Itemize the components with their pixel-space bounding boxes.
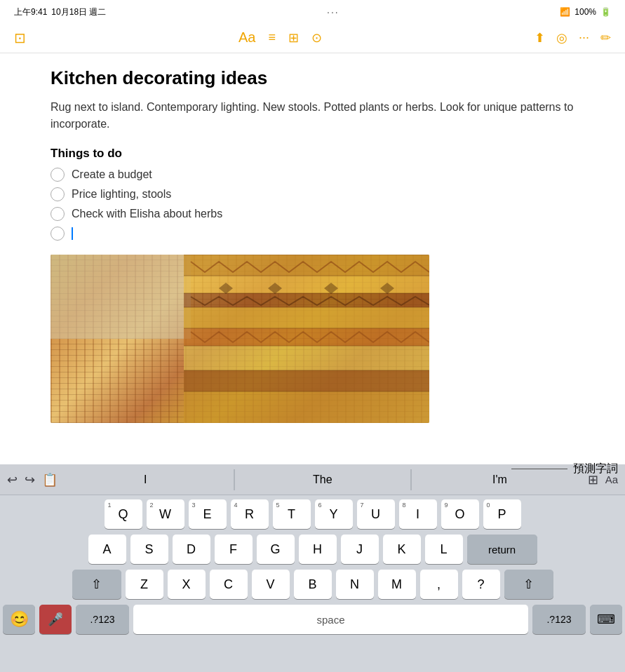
callout-container: 預測字詞 bbox=[511, 462, 618, 476]
camera-icon[interactable]: ⊙ bbox=[311, 30, 322, 46]
key-row-4: 😊 🎤 .?123 space .?123 ⌨ bbox=[3, 605, 622, 634]
svg-rect-0 bbox=[51, 255, 191, 339]
key-v[interactable]: V bbox=[252, 570, 290, 599]
table-icon[interactable]: ⊞ bbox=[288, 30, 299, 46]
prediction-left-icons: ↩ ↪ 📋 bbox=[7, 472, 58, 488]
fabric-svg bbox=[51, 255, 429, 423]
battery-display: 100% bbox=[574, 7, 596, 17]
format-text-icon[interactable]: Aa bbox=[238, 29, 255, 46]
key-return[interactable]: return bbox=[467, 535, 537, 564]
camera-notch: ··· bbox=[327, 6, 340, 18]
date-display: 10月18日 週二 bbox=[51, 6, 106, 18]
time-display: 上午9:41 bbox=[14, 6, 47, 18]
key-f[interactable]: F bbox=[215, 535, 253, 564]
key-mic[interactable]: 🎤 bbox=[39, 605, 72, 634]
key-b[interactable]: B bbox=[294, 570, 332, 599]
key-period[interactable]: ? bbox=[462, 570, 500, 599]
key-shift-right[interactable]: ⇧ bbox=[504, 570, 553, 599]
key-y[interactable]: 6Y bbox=[315, 499, 353, 529]
key-q[interactable]: 1Q bbox=[105, 499, 142, 529]
key-w[interactable]: 2W bbox=[147, 499, 184, 529]
keyboard-rows: 1Q 2W 3E 4R 5T 6Y 7U 8I 9O 0P A S D F G … bbox=[0, 495, 625, 634]
key-p[interactable]: 0P bbox=[483, 499, 521, 529]
key-m[interactable]: M bbox=[378, 570, 416, 599]
key-emoji[interactable]: 😊 bbox=[3, 605, 35, 634]
battery-icon: 🔋 bbox=[600, 7, 611, 17]
prediction-word-1[interactable]: I bbox=[58, 469, 234, 490]
svg-rect-2 bbox=[184, 276, 429, 293]
note-content-area[interactable]: Kitchen decorating ideas Rug next to isl… bbox=[0, 53, 625, 502]
key-keyboard[interactable]: ⌨ bbox=[590, 605, 622, 634]
key-z[interactable]: Z bbox=[126, 570, 163, 599]
paste-icon[interactable]: 📋 bbox=[42, 472, 58, 488]
ipad-frame: 上午9:41 10月18日 週二 ··· 📶 100% 🔋 ⊡ Aa ≡ ⊞ ⊙… bbox=[0, 0, 625, 672]
checkbox-2[interactable] bbox=[51, 187, 65, 201]
key-t[interactable]: 5T bbox=[273, 499, 311, 529]
svg-rect-5 bbox=[184, 328, 429, 346]
key-row-1: 1Q 2W 3E 4R 5T 6Y 7U 8I 9O 0P bbox=[3, 499, 622, 529]
fabric-photo bbox=[51, 255, 429, 423]
undo-icon[interactable]: ↩ bbox=[7, 472, 18, 488]
callout-text: 預測字詞 bbox=[573, 462, 618, 476]
key-u[interactable]: 7U bbox=[357, 499, 395, 529]
key-space[interactable]: space bbox=[133, 605, 528, 634]
status-time: 上午9:41 10月18日 週二 bbox=[14, 6, 106, 18]
key-h[interactable]: H bbox=[299, 535, 337, 564]
find-icon[interactable]: ◎ bbox=[556, 30, 567, 46]
note-title: Kitchen decorating ideas bbox=[51, 67, 574, 89]
keyboard-area[interactable]: ↩ ↪ 📋 I The I'm ⊞ Aa 1Q 2W 3E 4R 5T bbox=[0, 464, 625, 672]
key-shift-left[interactable]: ⇧ bbox=[72, 570, 121, 599]
note-image-container bbox=[51, 255, 574, 423]
text-cursor bbox=[72, 227, 73, 240]
checklist-item-3[interactable]: Check with Elisha about herbs bbox=[51, 207, 574, 221]
checklist-label-2: Price lighting, stools bbox=[72, 188, 171, 201]
svg-rect-6 bbox=[184, 346, 429, 370]
key-numbers-left[interactable]: .?123 bbox=[76, 605, 129, 634]
active-checklist-line bbox=[51, 227, 574, 241]
key-c[interactable]: C bbox=[210, 570, 248, 599]
notes-toolbar: ⊡ Aa ≡ ⊞ ⊙ ⬆ ◎ ··· ✏ bbox=[0, 22, 625, 53]
prediction-word-2[interactable]: The bbox=[234, 469, 412, 490]
note-body-text: Rug next to island. Contemporary lightin… bbox=[51, 99, 574, 133]
key-e[interactable]: 3E bbox=[189, 499, 227, 529]
toolbar-right: ⬆ ◎ ··· ✏ bbox=[535, 30, 611, 46]
key-comma[interactable]: , bbox=[420, 570, 458, 599]
key-x[interactable]: X bbox=[168, 570, 206, 599]
svg-rect-4 bbox=[184, 307, 429, 328]
checklist-item-1[interactable]: Create a budget bbox=[51, 168, 574, 182]
status-indicators: 📶 100% 🔋 bbox=[560, 7, 611, 17]
key-d[interactable]: D bbox=[173, 535, 210, 564]
key-l[interactable]: L bbox=[425, 535, 463, 564]
more-icon[interactable]: ··· bbox=[579, 30, 589, 45]
checklist-icon[interactable]: ≡ bbox=[268, 30, 276, 45]
checkbox-3[interactable] bbox=[51, 207, 65, 221]
status-bar: 上午9:41 10月18日 週二 ··· 📶 100% 🔋 bbox=[0, 0, 625, 22]
key-i[interactable]: 8I bbox=[399, 499, 437, 529]
redo-icon[interactable]: ↪ bbox=[25, 472, 35, 488]
wifi-icon: 📶 bbox=[560, 7, 570, 17]
share-icon[interactable]: ⬆ bbox=[535, 30, 545, 46]
key-s[interactable]: S bbox=[130, 535, 168, 564]
key-o[interactable]: 9O bbox=[441, 499, 479, 529]
key-row-2: A S D F G H J K L return bbox=[3, 535, 622, 564]
callout-line bbox=[511, 469, 567, 469]
checklist-item-2[interactable]: Price lighting, stools bbox=[51, 187, 574, 201]
key-j[interactable]: J bbox=[341, 535, 379, 564]
checklist-label-1: Create a budget bbox=[72, 168, 152, 181]
key-a[interactable]: A bbox=[88, 535, 126, 564]
section-heading: Things to do bbox=[51, 147, 574, 161]
checklist-label-3: Check with Elisha about herbs bbox=[72, 208, 222, 220]
compose-icon[interactable]: ✏ bbox=[600, 30, 611, 46]
sidebar-toggle-icon[interactable]: ⊡ bbox=[14, 29, 26, 46]
svg-rect-7 bbox=[184, 370, 429, 391]
key-r[interactable]: 4R bbox=[231, 499, 269, 529]
checkbox-active[interactable] bbox=[51, 227, 65, 241]
key-n[interactable]: N bbox=[336, 570, 374, 599]
key-k[interactable]: K bbox=[383, 535, 421, 564]
svg-rect-8 bbox=[184, 391, 429, 423]
key-g[interactable]: G bbox=[257, 535, 295, 564]
toolbar-left: ⊡ bbox=[14, 29, 26, 46]
checkbox-1[interactable] bbox=[51, 168, 65, 182]
key-numbers-right[interactable]: .?123 bbox=[532, 605, 586, 634]
predictions-center: I The I'm bbox=[58, 469, 588, 490]
